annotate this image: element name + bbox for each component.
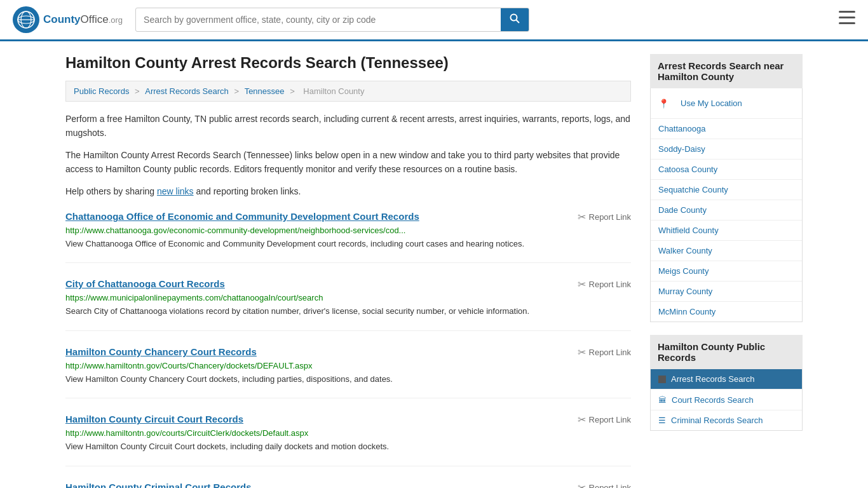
public-records-item-court[interactable]: Court Records Search [651,390,802,410]
list-item: McMinn County [651,302,802,322]
logo-text-area: CountyOffice.org [43,14,123,26]
list-icon: ☰ [658,416,666,425]
criminal-records-label: Criminal Records Search [671,416,763,425]
new-links-link[interactable]: new links [157,186,194,196]
search-input[interactable] [136,10,501,30]
report-link-label: Report Link [589,483,631,488]
nearby-catoosa-county-link[interactable]: Catoosa County [651,159,802,179]
breadcrumb-arrest-records[interactable]: Arrest Records Search [145,86,229,96]
scissors-icon: ✂ [578,211,586,223]
result-item: City of Chattanooga Court Records ✂ Repo… [65,278,631,331]
result-item: Hamilton County Criminal Court Records ✂… [65,482,631,488]
result-item: Chattanooga Office of Economic and Commu… [65,211,631,264]
arrest-records-label: Arrest Records Search [671,374,755,384]
nearby-whitfield-county-link[interactable]: Whitfield County [651,220,802,240]
description-2: The Hamilton County Arrest Records Searc… [65,148,631,177]
report-link-label: Report Link [589,415,631,424]
use-my-location-link[interactable]: Use My Location [673,93,750,113]
location-pin-icon: 📍 [658,98,669,109]
sidebar-use-my-location[interactable]: 📍 Use My Location [651,88,802,119]
breadcrumb: Public Records > Arrest Records Search >… [65,81,631,102]
court-records-search-link[interactable]: Court Records Search [651,390,802,410]
report-link-label: Report Link [589,348,631,357]
nearby-murray-county-link[interactable]: Murray County [651,281,802,301]
sidebar-public-records-section: Hamilton County Public Records Arrest Re… [650,335,803,431]
result-header: Hamilton County Chancery Court Records ✂… [65,346,631,358]
list-item: Whitfield County [651,220,802,241]
result-url[interactable]: https://www.municipalonlinepayments.com/… [65,293,631,302]
nearby-meigs-county-link[interactable]: Meigs County [651,261,802,281]
logo-link[interactable]: CountyOffice.org [13,6,123,33]
report-link-button[interactable]: ✂ Report Link [578,278,631,290]
list-item: Walker County [651,241,802,261]
breadcrumb-tennessee[interactable]: Tennessee [245,86,285,96]
report-link-button[interactable]: ✂ Report Link [578,346,631,358]
result-description: Search City of Chattanooga violations re… [65,305,631,318]
help-text: Help others by sharing new links and rep… [65,184,631,198]
result-title[interactable]: Hamilton County Criminal Court Records [65,482,252,488]
sidebar-nearby-header: Arrest Records Search near Hamilton Coun… [650,54,803,88]
nearby-soddy-daisy-link[interactable]: Soddy-Daisy [651,139,802,159]
result-header: City of Chattanooga Court Records ✂ Repo… [65,278,631,290]
result-item: Hamilton County Circuit Court Records ✂ … [65,414,631,466]
main-container: Hamilton County Arrest Records Search (T… [53,41,815,488]
nearby-walker-county-link[interactable]: Walker County [651,241,802,261]
result-header: Chattanooga Office of Economic and Commu… [65,211,631,223]
report-link-button[interactable]: ✂ Report Link [578,414,631,426]
sidebar-public-records-header: Hamilton County Public Records [650,335,803,369]
public-records-item-criminal[interactable]: ☰ Criminal Records Search [651,410,802,430]
result-header: Hamilton County Criminal Court Records ✂… [65,482,631,488]
breadcrumb-sep-2: > [234,86,241,96]
breadcrumb-public-records[interactable]: Public Records [74,86,129,96]
report-link-label: Report Link [589,280,631,289]
nearby-chattanooga-link[interactable]: Chattanooga [651,119,802,139]
search-button[interactable] [501,8,529,31]
scissors-icon: ✂ [578,414,586,426]
search-bar [135,8,529,32]
list-item: Sequatchie County [651,180,802,200]
result-url[interactable]: http://www.hamiltontn.gov/courts/Circuit… [65,428,631,438]
court-records-label: Court Records Search [672,395,754,405]
svg-line-5 [517,20,520,24]
result-title[interactable]: Hamilton County Chancery Court Records [65,346,257,357]
svg-rect-7 [839,17,855,18]
result-item: Hamilton County Chancery Court Records ✂… [65,346,631,399]
report-link-label: Report Link [589,212,631,222]
criminal-records-search-link[interactable]: ☰ Criminal Records Search [651,410,802,430]
list-item: Dade County [651,200,802,220]
svg-point-4 [511,15,517,21]
public-records-list: Arrest Records Search Court Records Sear… [650,369,803,431]
public-records-item-arrest[interactable]: Arrest Records Search [651,369,802,390]
result-title[interactable]: City of Chattanooga Court Records [65,278,225,289]
nearby-dade-county-link[interactable]: Dade County [651,200,802,220]
page-title: Hamilton County Arrest Records Search (T… [65,54,631,72]
content-area: Hamilton County Arrest Records Search (T… [65,54,631,488]
breadcrumb-hamilton: Hamilton County [303,86,364,96]
scissors-icon: ✂ [578,278,586,290]
result-title[interactable]: Chattanooga Office of Economic and Commu… [65,211,419,222]
result-url[interactable]: http://www.chattanooga.gov/economic-comm… [65,226,631,235]
result-title[interactable]: Hamilton County Circuit Court Records [65,414,243,424]
list-item: Catoosa County [651,159,802,180]
site-header: CountyOffice.org [0,0,868,41]
hamburger-menu-button[interactable] [839,11,855,29]
result-header: Hamilton County Circuit Court Records ✂ … [65,414,631,426]
breadcrumb-sep-1: > [135,86,142,96]
svg-rect-6 [839,11,855,13]
nearby-mcminn-county-link[interactable]: McMinn County [651,302,802,322]
list-item: Soddy-Daisy [651,139,802,159]
result-description: View Hamilton County Chancery Court dock… [65,373,631,386]
nearby-sequatchie-county-link[interactable]: Sequatchie County [651,180,802,200]
list-item: Murray County [651,281,802,302]
arrest-records-search-link[interactable]: Arrest Records Search [651,369,802,389]
report-link-button[interactable]: ✂ Report Link [578,482,631,488]
building-icon [658,395,667,405]
svg-rect-8 [839,22,855,24]
sidebar-nearby-section: Arrest Records Search near Hamilton Coun… [650,54,803,322]
list-item: Meigs County [651,261,802,281]
list-item: Chattanooga [651,119,802,139]
sidebar-nearby-list: 📍 Use My Location Chattanooga Soddy-Dais… [650,88,803,322]
report-link-button[interactable]: ✂ Report Link [578,211,631,223]
result-url[interactable]: http://www.hamiltontn.gov/Courts/Chancer… [65,361,631,370]
logo-icon [13,6,39,33]
